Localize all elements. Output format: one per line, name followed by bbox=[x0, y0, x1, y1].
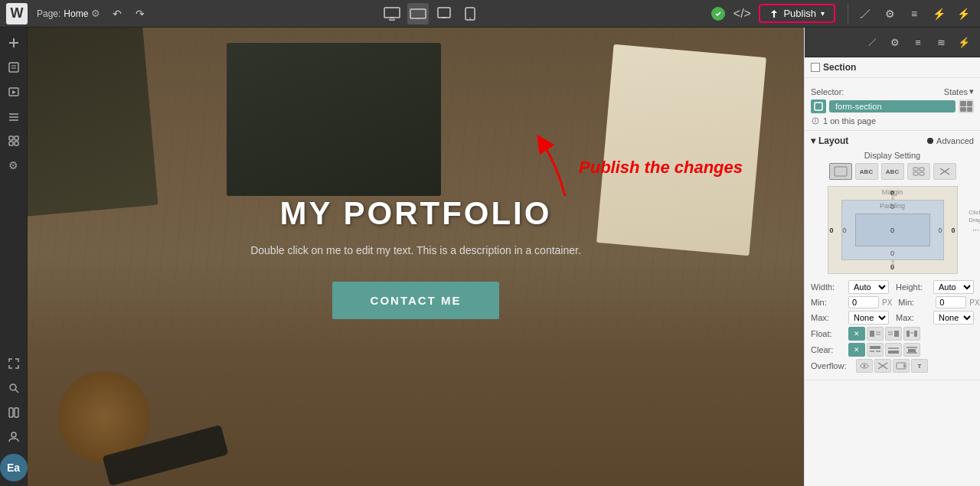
padding-bottom-value[interactable]: 0 bbox=[890, 250, 894, 257]
display-inline-block-icon[interactable]: ABC bbox=[855, 163, 878, 180]
padding-top-value[interactable]: 0 bbox=[890, 203, 894, 210]
overflow-auto-icon[interactable]: T bbox=[911, 359, 928, 373]
panel-grid-icon[interactable]: ≡ bbox=[908, 32, 928, 52]
overflow-scroll-icon[interactable] bbox=[893, 359, 910, 373]
more-icon[interactable]: ··· bbox=[972, 226, 978, 234]
height-label: Height: bbox=[896, 282, 930, 292]
states-dropdown[interactable]: States ▾ bbox=[944, 86, 974, 96]
display-none-icon[interactable] bbox=[933, 163, 956, 180]
sidebar-zoom-fit-icon[interactable] bbox=[3, 353, 24, 374]
width-label: Width: bbox=[811, 282, 845, 292]
clear-left-icon[interactable] bbox=[867, 343, 884, 357]
redo-button[interactable]: ↷ bbox=[129, 3, 151, 24]
panel-pen-icon[interactable] bbox=[862, 32, 882, 52]
toggle-dot bbox=[927, 138, 933, 144]
overflow-label: Overflow: bbox=[811, 361, 853, 370]
svg-marker-9 bbox=[771, 10, 777, 18]
float-both-icon[interactable] bbox=[903, 327, 920, 341]
width-select[interactable]: AutoFixed% bbox=[848, 280, 889, 294]
layout-panel: ▾ Layout Advanced Display Setting ABC AB… bbox=[805, 131, 980, 380]
max-h-select[interactable]: NoneFixed bbox=[933, 311, 974, 325]
page-settings-icon[interactable]: ⚙ bbox=[91, 8, 100, 19]
grid-icon[interactable]: ≡ bbox=[903, 3, 925, 24]
float-icons-group: ✕ bbox=[848, 327, 920, 341]
sidebar-zoom-icon[interactable] bbox=[3, 377, 24, 399]
desktop-large-icon[interactable] bbox=[381, 3, 403, 24]
sidebar-settings-icon[interactable]: ⚙ bbox=[3, 155, 24, 176]
annotation-text: Publish the changes bbox=[579, 158, 743, 178]
float-left-icon[interactable] bbox=[867, 327, 884, 341]
overflow-visible-icon[interactable] bbox=[856, 359, 873, 373]
chevron-down-icon: ▾ bbox=[969, 86, 974, 96]
display-icons-row: ABC ABC bbox=[811, 163, 974, 180]
min-h-input[interactable] bbox=[936, 296, 966, 308]
selector-value-row: form-section bbox=[811, 99, 974, 113]
max-w-select[interactable]: NoneFixed bbox=[848, 311, 889, 325]
svg-rect-21 bbox=[15, 136, 18, 140]
clear-both-icon[interactable] bbox=[903, 343, 920, 357]
undo-button[interactable]: ↶ bbox=[106, 3, 128, 24]
mobile-icon[interactable] bbox=[459, 3, 481, 24]
sidebar-media-icon[interactable] bbox=[3, 81, 24, 103]
contact-button[interactable]: CONTACT ME bbox=[332, 282, 500, 319]
svg-rect-27 bbox=[15, 408, 18, 417]
margin-right-value[interactable]: 0 bbox=[951, 227, 955, 234]
sidebar-add-icon[interactable] bbox=[3, 32, 24, 54]
bolt-icon[interactable]: ⚡ bbox=[952, 3, 974, 24]
code-view-icon[interactable]: </> bbox=[731, 3, 753, 24]
sidebar-user-icon[interactable] bbox=[3, 426, 24, 448]
clear-none-icon[interactable]: ✕ bbox=[848, 343, 865, 357]
float-none-icon[interactable]: ✕ bbox=[848, 327, 865, 341]
selector-chip[interactable]: form-section bbox=[829, 100, 956, 113]
svg-rect-23 bbox=[15, 142, 18, 145]
app-logo: W bbox=[6, 3, 28, 24]
padding-right-value[interactable]: 0 bbox=[938, 227, 942, 234]
float-right-icon[interactable] bbox=[885, 327, 902, 341]
sidebar-layers-icon[interactable] bbox=[3, 106, 24, 127]
tablet-landscape-icon[interactable] bbox=[407, 3, 429, 24]
display-block-icon[interactable] bbox=[829, 163, 852, 180]
publish-annotation: Publish the changes bbox=[527, 135, 743, 214]
instance-count: 1 on this page bbox=[823, 116, 876, 126]
min-w-unit: PX bbox=[882, 298, 892, 307]
panel-lightning-icon[interactable]: ≋ bbox=[931, 32, 951, 52]
height-select[interactable]: AutoFixed% bbox=[933, 280, 974, 294]
desktop-small-icon[interactable] bbox=[433, 3, 455, 24]
advanced-toggle[interactable]: Advanced bbox=[927, 136, 974, 145]
overflow-hidden-icon[interactable] bbox=[874, 359, 891, 373]
hero-section: MY PORTFOLIO Double click on me to edit … bbox=[28, 28, 804, 486]
lightning-icon[interactable]: ⚡ bbox=[928, 3, 949, 24]
margin-left-value[interactable]: 0 bbox=[830, 227, 834, 234]
hero-subtitle[interactable]: Double click on me to edit my text. This… bbox=[250, 243, 581, 259]
svg-rect-46 bbox=[906, 331, 910, 337]
sidebar-pages-icon[interactable] bbox=[3, 57, 24, 78]
section-checkbox[interactable] bbox=[811, 63, 820, 72]
sidebar-bottom-group: Ea bbox=[0, 353, 28, 481]
svg-rect-12 bbox=[9, 63, 18, 72]
min-h-unit: PX bbox=[969, 298, 979, 307]
panel-settings-icon[interactable]: ⚙ bbox=[885, 32, 905, 52]
sidebar-apps-icon[interactable] bbox=[3, 130, 24, 152]
max-w-label: Max: bbox=[811, 313, 845, 322]
settings-gear-icon[interactable]: ⚙ bbox=[879, 3, 900, 24]
pen-tool-icon[interactable] bbox=[854, 3, 876, 24]
selector-grid-button[interactable] bbox=[959, 99, 974, 113]
display-inline-icon[interactable]: ABC bbox=[881, 163, 904, 180]
layout-header: ▾ Layout Advanced bbox=[811, 135, 974, 146]
sidebar-grid-view-icon[interactable] bbox=[3, 402, 24, 423]
padding-left-value[interactable]: 0 bbox=[843, 227, 847, 234]
clear-right-icon[interactable] bbox=[885, 343, 902, 357]
svg-rect-53 bbox=[888, 351, 899, 354]
section-label: Section bbox=[823, 62, 856, 73]
arrow-bottom: ⇕ bbox=[890, 259, 896, 267]
panel-bolt-icon[interactable]: ⚡ bbox=[954, 32, 974, 52]
layout-title[interactable]: ▾ Layout bbox=[811, 135, 848, 146]
layout-label: Layout bbox=[818, 135, 848, 146]
svg-rect-20 bbox=[9, 136, 13, 140]
min-w-input[interactable] bbox=[848, 296, 879, 308]
arrow-top: ⇕ bbox=[890, 193, 896, 201]
svg-line-25 bbox=[15, 390, 18, 393]
publish-button[interactable]: Publish ▾ bbox=[759, 4, 835, 23]
svg-rect-3 bbox=[410, 9, 426, 18]
display-grid-icon[interactable] bbox=[907, 163, 930, 180]
